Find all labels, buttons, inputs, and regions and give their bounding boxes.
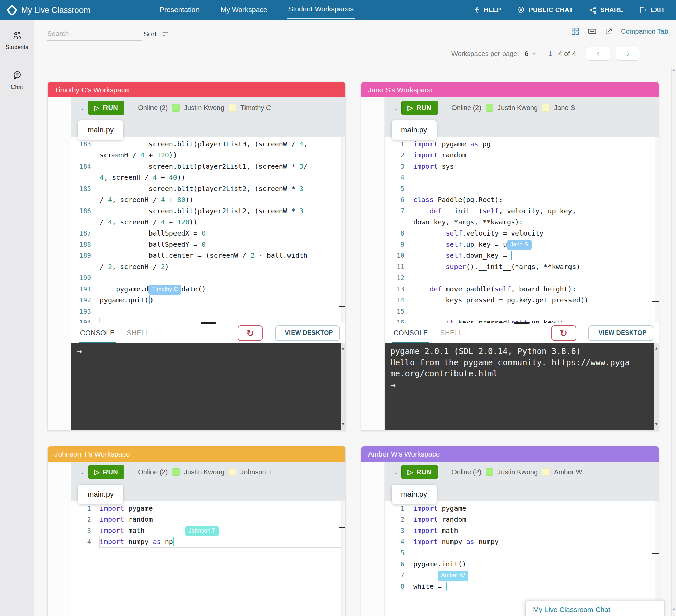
grid-view-icon[interactable]: [571, 27, 580, 36]
run-button[interactable]: ▷ RUN: [401, 101, 438, 115]
code-editor[interactable]: 1import pygame2import random3import math…: [71, 501, 345, 616]
editor-scrollbar[interactable]: [341, 501, 345, 616]
teacher-color-swatch: [486, 468, 493, 476]
tab-console[interactable]: CONSOLE: [80, 323, 115, 343]
line-number: 3: [385, 525, 413, 536]
page-scrollbar[interactable]: ▲▼: [671, 68, 676, 616]
line-number: 190: [71, 272, 100, 284]
editor-scrollbar[interactable]: [655, 501, 659, 616]
line-number: 3: [385, 161, 413, 172]
split-resize-handle[interactable]: [201, 322, 216, 324]
page-range-label: 1 - 4 of 4: [548, 50, 576, 58]
public-chat-icon: [517, 6, 525, 14]
next-page-button[interactable]: [616, 47, 640, 61]
line-number: 1: [71, 503, 100, 514]
code-line: 189ball.center = (screenW / 2 - ball.wid…: [71, 250, 345, 272]
prev-page-button[interactable]: [586, 47, 610, 61]
workspace-title: Jane S's Workspace: [368, 86, 432, 94]
code-line: 2import random: [385, 150, 659, 161]
workspace-toolbar: . ▷ RUN Online (2) Justin Kwong Johnson …: [71, 462, 345, 483]
sidebar-item-chat[interactable]: Chat: [0, 70, 34, 91]
chat-popup-title: My Live Classroom Chat: [533, 606, 610, 613]
play-icon: ▷: [408, 104, 413, 112]
workspace-body: . ▷ RUN Online (2) Justin Kwong Johnson …: [48, 462, 345, 616]
console-scrollbar[interactable]: ▲▼: [654, 343, 659, 430]
sidebar-item-label: Students: [0, 44, 34, 51]
editor-scrollbar[interactable]: [655, 137, 659, 323]
refresh-console-button[interactable]: ↻: [551, 325, 576, 341]
file-tab[interactable]: main.py: [392, 485, 437, 504]
code-line: 5: [385, 547, 659, 559]
line-number: 7: [385, 570, 413, 581]
workspace-header: Johnson T's Workspace: [48, 446, 345, 462]
refresh-console-button[interactable]: ↻: [238, 325, 263, 341]
tab-shell[interactable]: SHELL: [440, 323, 463, 343]
run-button[interactable]: ▷ RUN: [401, 465, 438, 479]
nav-action-label: EXIT: [650, 6, 665, 14]
student-color-swatch: [542, 468, 550, 476]
per-page-select[interactable]: 6: [525, 50, 537, 58]
editor-tabrow: main.py: [385, 118, 659, 137]
nav-action-public-chat[interactable]: PUBLIC CHAT: [517, 6, 573, 14]
student-name: Timothy C: [240, 104, 271, 112]
nav-tab-student-workspaces[interactable]: Student Workspaces: [287, 0, 355, 19]
run-button[interactable]: ▷ RUN: [88, 101, 125, 115]
code-editor[interactable]: 183screen.blit(player1List3, (screenW / …: [71, 137, 345, 323]
view-desktop-button[interactable]: VIEW DESKTOP: [275, 325, 340, 341]
editor-scrollbar-thumb[interactable]: [652, 553, 659, 554]
nav-action-share[interactable]: SHARE: [589, 6, 624, 14]
tab-console[interactable]: CONSOLE: [394, 323, 428, 343]
fit-width-icon[interactable]: [588, 27, 597, 36]
code-line: 4import numpy as numpy: [385, 536, 659, 547]
console-scrollbar[interactable]: ▲▼: [341, 343, 345, 430]
file-tab[interactable]: main.py: [78, 485, 123, 504]
sidebar-item-students[interactable]: Students: [0, 30, 34, 51]
nav-action-help[interactable]: HELP: [473, 6, 502, 14]
open-external-icon[interactable]: [605, 27, 613, 35]
nav-action-label: HELP: [484, 6, 502, 14]
student-name: Johnson T: [240, 468, 272, 476]
replay-icon[interactable]: .: [81, 468, 84, 476]
line-number: 193: [71, 306, 100, 317]
editor-scrollbar[interactable]: [341, 137, 345, 323]
workspace-toolbar: . ▷ RUN Online (2) Justin Kwong Timothy …: [71, 97, 345, 118]
code-line: 185screen.blit(player2List2, (screenW * …: [71, 183, 345, 205]
line-number: 15: [385, 306, 413, 317]
workspace-header: Amber W's Workspace: [361, 446, 659, 462]
nav-tab-my-workspace[interactable]: My Workspace: [219, 0, 269, 19]
editor-scrollbar-thumb[interactable]: [652, 301, 659, 302]
workspace-card-johnson-t: Johnson T's Workspace . ▷ RUN Online (2): [47, 446, 346, 616]
replay-icon[interactable]: .: [395, 468, 397, 476]
line-number: 4: [385, 536, 413, 547]
line-number: 12: [385, 272, 413, 284]
split-resize-handle[interactable]: [514, 322, 530, 324]
run-button[interactable]: ▷ RUN: [88, 465, 125, 479]
app-logo-icon: [6, 5, 18, 16]
file-tab[interactable]: main.py: [78, 120, 123, 140]
workspace-toolbar: . ▷ RUN Online (2) Justin Kwong Amber W: [385, 462, 659, 483]
file-tab[interactable]: main.py: [392, 120, 437, 140]
search-input[interactable]: [47, 28, 142, 41]
teacher-name: Justin Kwong: [184, 468, 224, 476]
code-editor[interactable]: 1import pygame2import random3import math…: [385, 501, 659, 616]
classroom-chat-popup[interactable]: My Live Classroom Chat: [525, 601, 665, 616]
workspace-tool-rail: [361, 97, 385, 430]
console-bar: CONSOLE SHELL ↻ VIEW DESKTOP: [385, 323, 659, 343]
sort-control[interactable]: Sort: [143, 30, 170, 39]
code-line: 7 Amber W: [385, 570, 659, 581]
code-editor[interactable]: 1import pygame as pg2import random3impor…: [385, 137, 659, 323]
nav-tab-presentation[interactable]: Presentation: [158, 0, 201, 19]
line-number: 7: [385, 205, 413, 228]
view-desktop-button[interactable]: VIEW DESKTOP: [588, 325, 654, 341]
companion-tab-link[interactable]: Companion Tab: [621, 28, 668, 35]
replay-icon[interactable]: .: [395, 104, 397, 112]
code-line: 1import pygame: [71, 503, 345, 514]
play-icon: ▷: [94, 468, 100, 476]
tab-shell[interactable]: SHELL: [127, 323, 149, 343]
nav-action-exit[interactable]: EXIT: [639, 6, 665, 14]
line-number: 4: [71, 536, 100, 547]
editor-scrollbar-thumb[interactable]: [339, 306, 345, 307]
editor-scrollbar-thumb[interactable]: [339, 527, 345, 528]
code-line: 10self.down_key =: [385, 250, 659, 261]
replay-icon[interactable]: .: [81, 104, 84, 112]
